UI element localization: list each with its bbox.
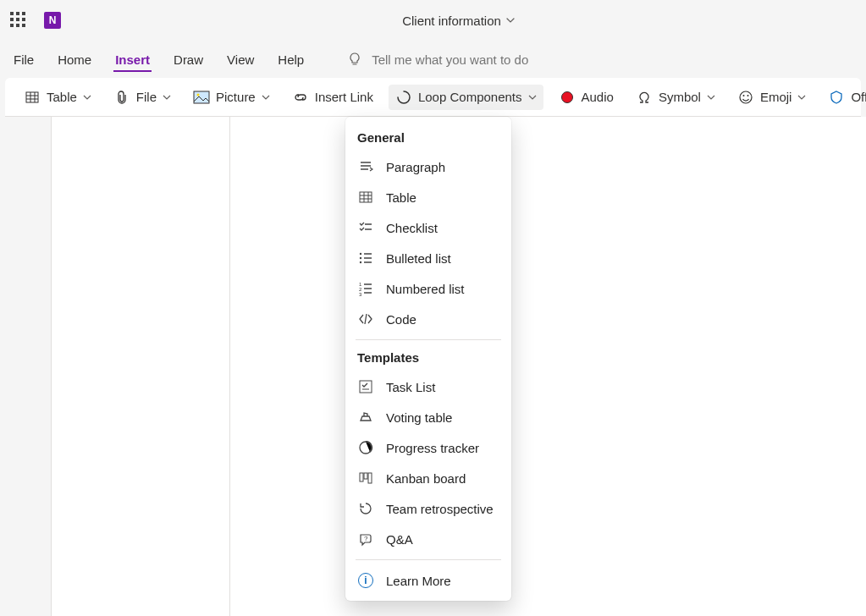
- app-launcher-icon[interactable]: [10, 12, 27, 29]
- bulleted-list-icon: [357, 250, 374, 267]
- menu-home[interactable]: Home: [56, 47, 93, 72]
- page-margin-line: [229, 117, 230, 616]
- ribbon-addins-button[interactable]: Office Add-ins: [821, 85, 866, 110]
- paragraph-icon: [357, 158, 374, 175]
- svg-point-8: [360, 257, 361, 259]
- dropdown-separator: [356, 559, 501, 560]
- ribbon-file-button[interactable]: File: [107, 85, 178, 110]
- ribbon-loop-button[interactable]: Loop Components: [389, 85, 543, 110]
- ribbon-insert-link-label: Insert Link: [315, 90, 373, 104]
- voting-icon: [357, 409, 374, 426]
- chevron-down-icon: [528, 93, 537, 102]
- svg-rect-13: [360, 381, 372, 393]
- ribbon-symbol-button[interactable]: Symbol: [629, 85, 722, 110]
- table-icon: [357, 189, 374, 206]
- ribbon-picture-button[interactable]: Picture: [186, 85, 277, 110]
- chevron-down-icon: [797, 93, 806, 102]
- info-icon: i: [357, 572, 374, 589]
- loop-item-label: Progress tracker: [386, 441, 479, 455]
- checklist-icon: [357, 219, 374, 236]
- svg-rect-0: [26, 92, 38, 102]
- loop-item-checklist[interactable]: Checklist: [350, 212, 506, 243]
- loop-item-label: Checklist: [386, 221, 438, 235]
- loop-item-label: Numbered list: [386, 282, 465, 296]
- chevron-down-icon: [163, 93, 171, 102]
- loop-item-kanban[interactable]: Kanban board: [350, 463, 506, 493]
- chevron-down-icon: [262, 93, 270, 102]
- record-icon: [559, 89, 576, 106]
- loop-item-voting[interactable]: Voting table: [350, 402, 506, 432]
- loop-item-retro[interactable]: Team retrospective: [350, 493, 506, 524]
- svg-text:?: ?: [364, 535, 368, 542]
- chevron-down-icon: [83, 93, 91, 102]
- numbered-list-icon: 123: [357, 280, 374, 297]
- loop-item-label: Bulleted list: [386, 251, 451, 266]
- onenote-logo-icon: N: [44, 12, 61, 29]
- ribbon-table-label: Table: [47, 90, 77, 104]
- svg-point-2: [197, 93, 200, 96]
- menu-draw[interactable]: Draw: [172, 47, 205, 72]
- loop-learn-more[interactable]: i Learn More: [350, 565, 506, 596]
- loop-item-bulleted[interactable]: Bulleted list: [350, 243, 506, 273]
- tell-me-search[interactable]: [346, 51, 592, 68]
- loop-item-label: Voting table: [386, 410, 452, 425]
- ribbon-addins-label: Office Add-ins: [851, 90, 866, 104]
- link-icon: [292, 89, 309, 106]
- retrospective-icon: [357, 500, 374, 517]
- document-title-text: Client information: [402, 14, 501, 28]
- ribbon-file-label: File: [136, 90, 157, 104]
- loop-learn-more-label: Learn More: [386, 574, 451, 588]
- menu-help[interactable]: Help: [276, 47, 306, 72]
- loop-item-qa[interactable]: ? Q&A: [350, 524, 506, 554]
- tasklist-icon: [357, 378, 374, 395]
- loop-item-tasklist[interactable]: Task List: [350, 371, 506, 402]
- tell-me-input[interactable]: [372, 52, 592, 67]
- loop-item-label: Kanban board: [386, 471, 466, 486]
- loop-item-label: Code: [386, 312, 416, 327]
- dropdown-header-general: General: [350, 125, 506, 151]
- svg-point-4: [742, 95, 744, 96]
- svg-text:3: 3: [359, 292, 362, 296]
- loop-item-progress[interactable]: Progress tracker: [350, 432, 506, 463]
- svg-point-3: [740, 91, 752, 103]
- svg-point-7: [360, 253, 361, 255]
- ribbon-emoji-button[interactable]: Emoji: [731, 85, 814, 110]
- omega-icon: [636, 89, 653, 106]
- document-title[interactable]: Client information: [402, 14, 515, 28]
- loop-item-label: Paragraph: [386, 160, 445, 174]
- menu-file[interactable]: File: [12, 47, 36, 72]
- kanban-icon: [357, 470, 374, 487]
- lightbulb-icon: [346, 51, 363, 68]
- svg-point-5: [747, 95, 748, 96]
- loop-item-code[interactable]: Code: [350, 304, 506, 334]
- addins-icon: [828, 89, 845, 106]
- loop-item-paragraph[interactable]: Paragraph: [350, 151, 506, 182]
- title-bar: N Client information: [0, 0, 866, 41]
- picture-icon: [193, 89, 210, 106]
- svg-rect-16: [364, 473, 367, 479]
- menu-insert[interactable]: Insert: [113, 47, 152, 72]
- ribbon-loop-label: Loop Components: [418, 90, 522, 104]
- loop-item-label: Team retrospective: [386, 502, 494, 516]
- dropdown-separator: [356, 339, 501, 340]
- ribbon-picture-label: Picture: [216, 90, 256, 104]
- loop-item-table[interactable]: Table: [350, 182, 506, 212]
- qa-icon: ?: [357, 531, 374, 547]
- dropdown-header-templates: Templates: [350, 345, 506, 371]
- svg-rect-6: [360, 192, 372, 202]
- loop-item-label: Table: [386, 190, 416, 205]
- attachment-icon: [113, 89, 130, 106]
- menu-view[interactable]: View: [225, 47, 256, 72]
- table-icon: [24, 89, 41, 106]
- menu-bar: File Home Insert Draw View Help: [0, 41, 866, 78]
- loop-item-numbered[interactable]: 123 Numbered list: [350, 273, 506, 304]
- ribbon-insert-link-button[interactable]: Insert Link: [285, 85, 380, 110]
- svg-rect-15: [360, 473, 363, 481]
- ribbon-insert: Table File Picture Insert Link Loop C: [5, 78, 861, 117]
- loop-components-dropdown: General Paragraph Table Checklist Bullet…: [345, 117, 511, 601]
- ribbon-audio-label: Audio: [582, 90, 614, 104]
- ribbon-audio-button[interactable]: Audio: [552, 85, 621, 110]
- loop-item-label: Task List: [386, 380, 435, 394]
- ribbon-table-button[interactable]: Table: [17, 85, 98, 110]
- svg-point-9: [360, 261, 361, 263]
